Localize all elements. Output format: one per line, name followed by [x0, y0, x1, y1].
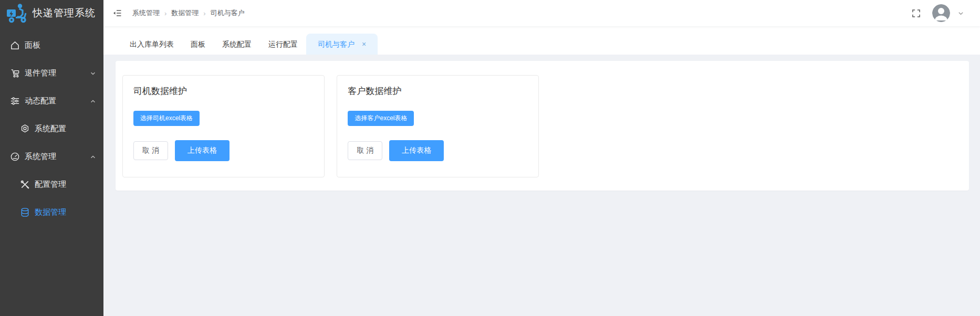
menu-fold-icon[interactable]: [112, 9, 122, 17]
tab-run-config[interactable]: 运行配置: [260, 34, 306, 55]
upload-table-button[interactable]: 上传表格: [175, 140, 230, 161]
sidebar-item-dynamic-config[interactable]: 动态配置: [0, 87, 103, 115]
sidebar-item-returns[interactable]: 退件管理: [0, 59, 103, 87]
sidebar-item-config-management[interactable]: 配置管理: [0, 171, 103, 198]
upload-table-button[interactable]: 上传表格: [389, 140, 444, 161]
header: 系统管理 › 数据管理 › 司机与客户: [103, 0, 980, 26]
chevron-down-icon[interactable]: [957, 10, 964, 17]
sidebar-item-label: 配置管理: [35, 180, 66, 189]
breadcrumb-item-system[interactable]: 系统管理: [132, 8, 160, 18]
chevron-up-icon: [90, 98, 96, 104]
sidebar-item-system-management[interactable]: 系统管理: [0, 143, 103, 171]
select-driver-excel-button[interactable]: 选择司机excel表格: [133, 111, 200, 126]
chevron-down-icon: [90, 70, 96, 77]
tab-bar: 出入库单列表 面板 系统配置 运行配置 司机与客户 ×: [103, 26, 980, 55]
main-content: 司机数据维护 选择司机excel表格 取 消 上传表格 客户数据维护 选择客户e…: [103, 55, 980, 316]
gauge-icon: [9, 152, 20, 162]
select-customer-excel-button[interactable]: 选择客户excel表格: [348, 111, 414, 126]
tab-system-config[interactable]: 系统配置: [214, 34, 260, 55]
app-logo: 快递管理系统: [0, 0, 103, 26]
sidebar-item-label: 退件管理: [25, 68, 56, 78]
sidebar: 快递管理系统 面板 退件管理: [0, 0, 103, 316]
card-actions: 取 消 上传表格: [133, 140, 314, 161]
breadcrumb-separator: ›: [164, 9, 166, 17]
tab-label: 面板: [191, 40, 205, 48]
gear-icon: [19, 124, 30, 134]
home-icon: [9, 40, 20, 51]
driver-data-card: 司机数据维护 选择司机excel表格 取 消 上传表格: [122, 75, 325, 177]
breadcrumb-separator: ›: [203, 9, 205, 17]
sidebar-menu: 面板 退件管理 动态配置: [0, 26, 103, 226]
tab-label: 司机与客户: [318, 40, 355, 48]
tab-label: 出入库单列表: [130, 40, 174, 48]
user-avatar[interactable]: [932, 4, 950, 22]
content-panel: 司机数据维护 选择司机excel表格 取 消 上传表格 客户数据维护 选择客户e…: [116, 61, 969, 191]
tab-driver-customer[interactable]: 司机与客户 ×: [306, 34, 378, 55]
tab-label: 系统配置: [222, 40, 252, 48]
cancel-button[interactable]: 取 消: [133, 141, 168, 160]
card-actions: 取 消 上传表格: [348, 140, 528, 161]
fullscreen-icon[interactable]: [912, 9, 921, 18]
breadcrumb-item-current: 司机与客户: [211, 8, 245, 18]
tab-label: 运行配置: [268, 40, 298, 48]
tab-panel[interactable]: 面板: [182, 34, 214, 55]
cancel-button[interactable]: 取 消: [348, 141, 382, 160]
tab-inout-list[interactable]: 出入库单列表: [121, 34, 182, 55]
card-title: 客户数据维护: [348, 85, 528, 97]
close-icon[interactable]: ×: [362, 40, 366, 48]
sidebar-item-label: 系统配置: [35, 124, 66, 134]
sidebar-item-label: 动态配置: [25, 96, 56, 106]
sidebar-item-panel[interactable]: 面板: [0, 31, 103, 59]
cart-icon: [9, 68, 20, 79]
sidebar-item-label: 面板: [25, 40, 40, 50]
database-icon: [19, 207, 30, 218]
tools-icon: [19, 180, 30, 190]
chevron-up-icon: [90, 154, 96, 160]
breadcrumb: 系统管理 › 数据管理 › 司机与客户: [132, 8, 245, 18]
sidebar-item-label: 数据管理: [35, 207, 66, 217]
sidebar-item-system-config[interactable]: 系统配置: [0, 115, 103, 143]
sidebar-item-label: 系统管理: [25, 152, 56, 162]
breadcrumb-item-data[interactable]: 数据管理: [171, 8, 199, 18]
sidebar-item-data-management[interactable]: 数据管理: [0, 198, 103, 226]
card-title: 司机数据维护: [133, 85, 314, 97]
customer-data-card: 客户数据维护 选择客户excel表格 取 消 上传表格: [337, 75, 539, 177]
header-actions: [912, 4, 973, 22]
app-title: 快递管理系统: [33, 6, 96, 20]
sliders-icon: [9, 96, 20, 107]
delivery-scooter-icon: [5, 2, 29, 24]
